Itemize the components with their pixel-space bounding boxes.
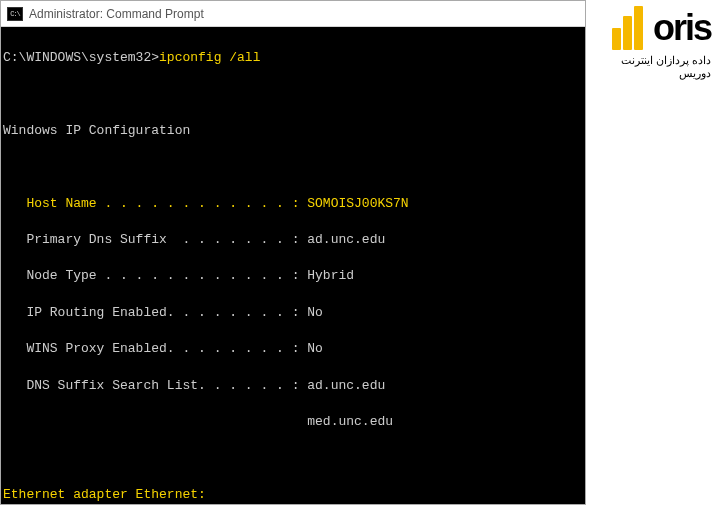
command-prompt-window: C:\ Administrator: Command Prompt C:\WIN…	[0, 0, 586, 505]
titlebar[interactable]: C:\ Administrator: Command Prompt	[1, 1, 585, 27]
dns-search-list: DNS Suffix Search List. . . . . . : ad.u…	[3, 377, 583, 395]
watermark-brand: oris	[653, 12, 711, 44]
cmd-icon: C:\	[7, 7, 23, 21]
dns-search-list-2: med.unc.edu	[3, 413, 583, 431]
terminal-output[interactable]: C:\WINDOWS\system32>ipconfig /all Window…	[1, 27, 585, 504]
section-header: Windows IP Configuration	[3, 122, 583, 140]
watermark-subtitle: داده پردازان اینترنت دوریس	[586, 54, 711, 80]
node-type: Node Type . . . . . . . . . . . . : Hybr…	[3, 267, 583, 285]
primary-dns-suffix: Primary Dns Suffix . . . . . . . : ad.un…	[3, 231, 583, 249]
bars-icon	[612, 6, 652, 50]
adapter-header: Ethernet adapter Ethernet:	[3, 486, 583, 504]
prompt-line: C:\WINDOWS\system32>ipconfig /all	[3, 49, 583, 67]
titlebar-text: Administrator: Command Prompt	[29, 7, 204, 21]
command-text: ipconfig /all	[159, 50, 260, 65]
watermark-logo: oris	[586, 6, 711, 50]
host-name-line: Host Name . . . . . . . . . . . . : SOMO…	[3, 195, 583, 213]
ip-routing: IP Routing Enabled. . . . . . . . : No	[3, 304, 583, 322]
watermark: oris داده پردازان اینترنت دوریس	[586, 0, 715, 85]
wins-proxy: WINS Proxy Enabled. . . . . . . . : No	[3, 340, 583, 358]
